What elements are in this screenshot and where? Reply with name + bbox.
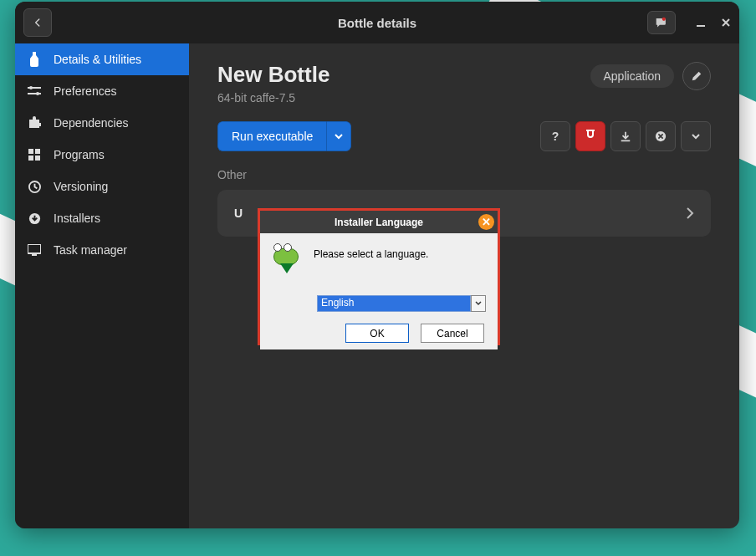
window-title: Bottle details <box>15 16 739 30</box>
chevron-right-icon <box>686 207 694 219</box>
action-row: Run executable ? <box>217 121 711 151</box>
language-select[interactable]: English <box>317 295 486 312</box>
bottle-icon <box>27 52 42 67</box>
svg-rect-9 <box>35 156 40 161</box>
edit-button[interactable] <box>682 62 711 90</box>
sidebar-item-programs[interactable]: Programs <box>15 139 189 171</box>
download-circle-icon <box>27 212 42 225</box>
power-button[interactable] <box>575 121 605 151</box>
sidebar: Details & Utilities Preferences Dependen… <box>15 43 189 528</box>
bottle-title: New Bottle <box>217 62 329 88</box>
monitor-icon <box>27 244 42 256</box>
sidebar-item-dependencies[interactable]: Dependencies <box>15 107 189 139</box>
dialog-titlebar: Installer Language ✕ <box>260 211 498 233</box>
grid-icon <box>27 149 42 161</box>
close-icon: ✕ <box>482 216 491 228</box>
sidebar-item-label: Dependencies <box>54 116 129 130</box>
language-dropdown-button[interactable] <box>471 295 486 312</box>
question-icon: ? <box>552 130 559 143</box>
sidebar-item-label: Versioning <box>54 180 108 193</box>
caret-down-icon <box>335 132 343 140</box>
sidebar-item-label: Task manager <box>54 243 127 257</box>
content-header: New Bottle 64-bit caffe-7.5 Application <box>217 62 711 105</box>
svg-rect-8 <box>28 156 33 161</box>
pencil-icon <box>691 70 702 82</box>
svg-rect-6 <box>28 149 33 154</box>
dialog-title: Installer Language <box>335 217 423 228</box>
toolbar-buttons: ? <box>540 121 711 151</box>
sidebar-item-versioning[interactable]: Versioning <box>15 171 189 202</box>
sidebar-item-installers[interactable]: Installers <box>15 202 189 234</box>
help-button[interactable]: ? <box>540 121 570 151</box>
cancel-button[interactable]: Cancel <box>421 324 484 343</box>
sliders-icon <box>27 85 42 97</box>
section-label-other: Other <box>217 168 711 181</box>
dialog-message-row: Please select a language. <box>272 247 486 277</box>
back-button[interactable] <box>23 8 52 37</box>
sidebar-item-label: Installers <box>54 212 100 225</box>
minimize-icon <box>696 18 706 28</box>
puzzle-icon <box>27 116 42 130</box>
titlebar: Bottle details <box>15 2 739 43</box>
ok-button[interactable]: OK <box>345 324 409 343</box>
stop-button[interactable] <box>646 121 676 151</box>
sidebar-item-label: Details & Utilities <box>54 53 141 66</box>
x-circle-icon <box>655 130 667 142</box>
language-value[interactable]: English <box>317 295 471 312</box>
sidebar-item-taskmgr[interactable]: Task manager <box>15 234 189 266</box>
caret-down-icon <box>475 301 482 306</box>
minimize-button[interactable] <box>696 18 706 28</box>
clock-icon <box>27 181 42 193</box>
close-icon <box>721 18 731 28</box>
other-item-label: U <box>234 207 243 220</box>
svg-rect-5 <box>28 93 41 94</box>
dialog-close-button[interactable]: ✕ <box>478 214 494 230</box>
svg-rect-3 <box>28 87 41 89</box>
chevron-left-icon <box>32 17 43 28</box>
caret-down-icon <box>692 132 700 140</box>
installer-mascot-icon <box>272 247 302 277</box>
chat-bubble-icon <box>654 17 669 28</box>
sidebar-item-details[interactable]: Details & Utilities <box>15 43 189 75</box>
svg-rect-13 <box>32 254 37 256</box>
svg-rect-1 <box>697 25 705 27</box>
svg-point-0 <box>662 18 666 21</box>
more-dropdown[interactable] <box>681 121 711 151</box>
backup-button[interactable] <box>610 121 641 151</box>
close-button[interactable] <box>721 18 731 28</box>
sidebar-item-label: Programs <box>54 148 105 161</box>
dialog-message: Please select a language. <box>314 247 428 260</box>
environment-pill: Application <box>590 64 675 88</box>
installer-language-dialog: Installer Language ✕ Please select a lan… <box>258 208 500 345</box>
sidebar-item-label: Preferences <box>54 84 116 98</box>
dialog-body: Please select a language. English OK Can… <box>260 233 498 349</box>
power-icon <box>585 130 596 143</box>
window-controls <box>647 11 731 34</box>
run-executable-group: Run executable <box>217 121 351 151</box>
svg-rect-7 <box>35 149 40 154</box>
download-icon <box>620 130 631 142</box>
run-executable-button[interactable]: Run executable <box>217 121 326 151</box>
svg-rect-12 <box>28 244 41 253</box>
sidebar-item-preferences[interactable]: Preferences <box>15 75 189 107</box>
run-executable-dropdown[interactable] <box>326 121 351 151</box>
bottle-subtitle: 64-bit caffe-7.5 <box>217 91 329 105</box>
feedback-button[interactable] <box>647 11 676 34</box>
dialog-buttons: OK Cancel <box>272 324 486 343</box>
